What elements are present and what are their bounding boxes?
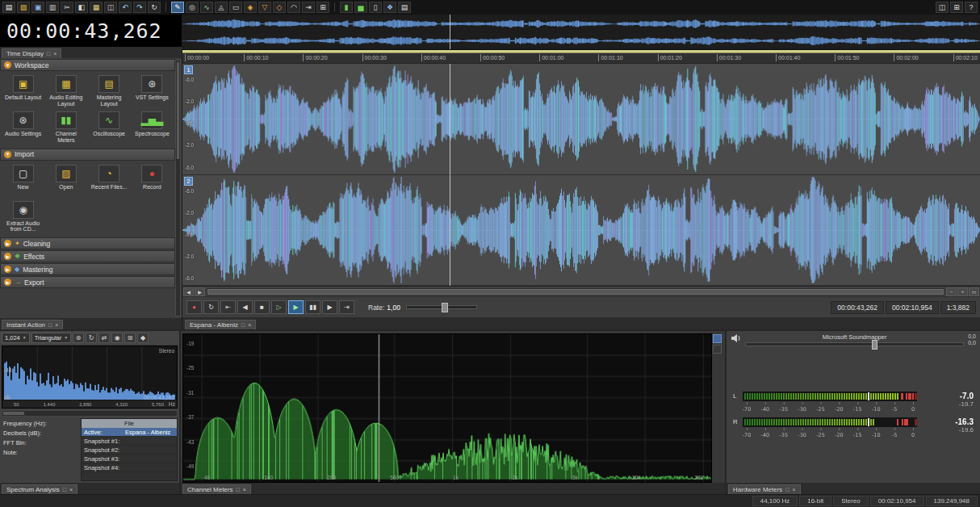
channel-meters-toggle-icon[interactable]: ▮	[340, 2, 353, 13]
grid-icon[interactable]: ⊞	[124, 333, 136, 343]
snap-icon[interactable]: ◈	[244, 2, 257, 13]
scroll-left-button[interactable]: ◀	[183, 287, 194, 296]
float-icon[interactable]: □	[236, 487, 239, 492]
open-icon[interactable]: ▨	[17, 2, 30, 13]
float-icon[interactable]: □	[63, 487, 66, 492]
import-section-header[interactable]: ▼ Import	[0, 149, 175, 161]
snapshot-row[interactable]: Active: Espana - Albeniz	[82, 428, 177, 437]
hardware-meters-toggle-icon[interactable]: ▯	[369, 2, 382, 13]
scrollbar-trough[interactable]	[206, 287, 945, 296]
spectrum-scrollbar[interactable]	[2, 410, 178, 417]
channel-meters-display[interactable]: -19-25-31-37-43-49 401002005001k2k5k10k2…	[182, 333, 712, 483]
float-icon[interactable]: □	[241, 322, 245, 328]
paste-icon[interactable]: ▦	[90, 2, 103, 13]
channel-2-badge[interactable]: 2	[184, 177, 193, 186]
timeline-ruler[interactable]: 00:00:0000:00:1000:00:2000:00:3000:00:40…	[182, 50, 980, 64]
help-icon[interactable]: ?	[965, 2, 978, 13]
output-volume-fader[interactable]	[745, 342, 964, 346]
forward-button[interactable]: ▶	[322, 300, 337, 314]
go-to-start-button[interactable]: ⇤	[220, 300, 236, 314]
window-layout-icon[interactable]: ⊞	[950, 2, 963, 13]
meters-menu-icon[interactable]	[713, 345, 722, 354]
crossfade-icon[interactable]: ◠	[287, 2, 300, 13]
auto-ripple-icon[interactable]: ⇥	[302, 2, 315, 13]
workspace-toggle-icon[interactable]: ◫	[936, 2, 949, 13]
explorer-scrollbar[interactable]	[175, 60, 181, 316]
close-icon[interactable]: ×	[793, 487, 796, 492]
record-button[interactable]: ● Record	[132, 163, 173, 198]
fader-handle[interactable]	[872, 340, 877, 350]
channel-meters-button[interactable]: ▮▮ Channel Meters	[45, 110, 86, 145]
section-export[interactable]: ▶ → Export	[0, 276, 175, 288]
magnify-tool-icon[interactable]: ◎	[186, 2, 199, 13]
settings-icon[interactable]: ⊛	[73, 333, 84, 343]
plugin-manager-icon[interactable]: ❖	[383, 2, 396, 13]
time-display-tab[interactable]: Time Display □ ×	[2, 48, 61, 58]
hardware-meters-tab[interactable]: Hardware Meters □ ×	[728, 484, 801, 494]
float-icon[interactable]: □	[48, 322, 52, 328]
recent-files-button[interactable]: ◔ Recent Files...	[89, 163, 130, 198]
fft-size-select[interactable]: 1,024 ▼	[2, 333, 30, 343]
mastering-layout-button[interactable]: ▤ Mastering Layout	[89, 73, 130, 108]
section-effects[interactable]: ▶ ❖ Effects	[0, 250, 175, 262]
channel-meters-tab[interactable]: Channel Meters □ ×	[182, 484, 251, 494]
default-layout-button[interactable]: ▣ Default Layout	[2, 73, 44, 108]
redo-icon[interactable]: ↷	[133, 2, 146, 13]
sync-icon[interactable]: ⇄	[98, 333, 110, 343]
marker-icon[interactable]: ▽	[258, 2, 271, 13]
rate-slider-handle[interactable]	[442, 303, 448, 312]
zoom-in-button[interactable]: +	[957, 287, 968, 296]
play-all-button[interactable]: ▷	[271, 300, 287, 314]
meters-settings-icon[interactable]	[713, 334, 722, 343]
new-button[interactable]: ▢ New	[2, 163, 44, 198]
vst-settings-button[interactable]: ⊛ VST Settings	[132, 73, 173, 108]
pause-button[interactable]: ▮▮	[305, 300, 320, 314]
snapshot-row[interactable]: Snapshot #1:	[82, 437, 177, 446]
selection-tool-icon[interactable]: ▭	[229, 2, 242, 13]
extract-audio-button[interactable]: ◉ Extract Audio from CD...	[2, 199, 44, 234]
oscilloscope-button[interactable]: ∿ Oscilloscope	[89, 110, 130, 145]
edit-tool-icon[interactable]: ✎	[171, 2, 184, 13]
repeat-icon[interactable]: ↻	[148, 2, 161, 13]
zoom-out-button[interactable]: −	[946, 287, 957, 296]
float-icon[interactable]: □	[47, 51, 50, 57]
rewind-button[interactable]: ◀	[237, 300, 253, 314]
smoothing-window-select[interactable]: Triangular ▼	[31, 333, 71, 343]
new-file-icon[interactable]: ▤	[2, 2, 15, 13]
spectrum-toggle-icon[interactable]: ▅	[354, 2, 367, 13]
properties-icon[interactable]: ▥	[46, 2, 59, 13]
region-icon[interactable]: ◇	[273, 2, 286, 13]
open-button[interactable]: ▨ Open	[45, 163, 86, 198]
close-icon[interactable]: ×	[53, 51, 57, 57]
pin-icon[interactable]: ◆	[137, 333, 149, 343]
script-icon[interactable]: ▤	[398, 2, 411, 13]
close-icon[interactable]: ×	[248, 322, 251, 328]
audio-editing-layout-button[interactable]: ▦ Audio Editing Layout	[45, 73, 86, 108]
waveform-channel-2[interactable]: 2 -6.0-2.0-inf.-2.0-6.0	[182, 175, 980, 287]
waveform-channel-1[interactable]: 1 -6.0-2.0-inf.-2.0-6.0	[182, 64, 980, 175]
channel-1-badge[interactable]: 1	[184, 65, 193, 74]
record-button[interactable]: ●	[186, 300, 202, 314]
rate-slider[interactable]	[406, 305, 477, 309]
section-mastering[interactable]: ▶ ◆ Mastering	[0, 263, 175, 275]
refresh-icon[interactable]: ↻	[86, 333, 97, 343]
envelope-tool-icon[interactable]: ◬	[215, 2, 228, 13]
pencil-tool-icon[interactable]: ∿	[200, 2, 213, 13]
go-to-end-button[interactable]: ⇥	[339, 300, 354, 314]
level-meter-row[interactable]: R -16.3 -19.6	[733, 417, 974, 438]
mix-icon[interactable]: ◫	[104, 2, 117, 13]
close-icon[interactable]: ×	[243, 487, 246, 492]
document-tab-espana-albeniz[interactable]: Espana - Albeniz □ ×	[185, 320, 256, 329]
snapshot-row[interactable]: Snapshot #2:	[82, 446, 177, 455]
audio-settings-button[interactable]: ⊛ Audio Settings	[2, 110, 44, 145]
spectrum-display[interactable]: Stereo -48 dB 00:00:43,262 501,4402,8804…	[2, 346, 178, 409]
snapshot-row[interactable]: Snapshot #4:	[82, 463, 177, 472]
level-meter-row[interactable]: L -7.0 -19.7	[733, 392, 974, 413]
float-icon[interactable]: □	[785, 487, 789, 492]
play-button[interactable]: ▶	[288, 300, 304, 314]
scrollbar-thumb[interactable]	[207, 289, 944, 295]
zoom-selection-icon[interactable]: ⊞	[316, 2, 329, 13]
stop-button[interactable]: ■	[254, 300, 270, 314]
instant-action-tab[interactable]: Instant Action □ ×	[2, 320, 63, 329]
close-icon[interactable]: ×	[55, 322, 58, 328]
